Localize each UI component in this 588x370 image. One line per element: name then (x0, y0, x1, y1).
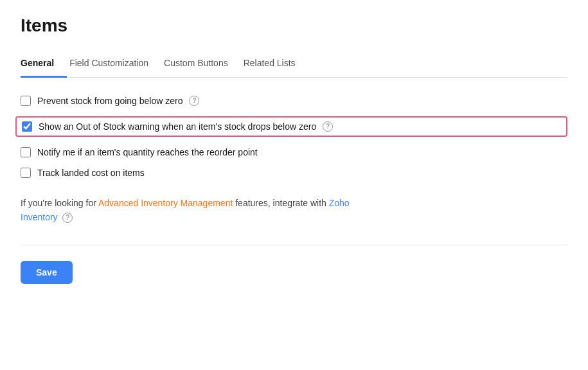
checkbox-notify-quantity[interactable] (21, 147, 31, 157)
info-text-prefix: If you're looking for (21, 198, 98, 208)
checkbox-row-out-of-stock: Show an Out of Stock warning when an ite… (15, 116, 567, 137)
help-icon-prevent-stock[interactable]: ? (189, 96, 199, 106)
options-section: Prevent stock from going below zero ? Sh… (21, 96, 567, 178)
tab-field-customization[interactable]: Field Customization (67, 51, 161, 78)
help-icon-out-of-stock[interactable]: ? (323, 121, 333, 132)
tabs-container: General Field Customization Custom Butto… (21, 51, 567, 78)
checkbox-track-landed[interactable] (21, 168, 31, 178)
help-icon-zoho-inventory[interactable]: ? (62, 213, 73, 223)
info-text-middle: features, integrate with (233, 198, 328, 208)
checkbox-prevent-stock[interactable] (21, 96, 31, 106)
checkbox-out-of-stock[interactable] (22, 121, 32, 132)
tab-related-lists[interactable]: Related Lists (241, 51, 308, 78)
checkbox-row-prevent-stock: Prevent stock from going below zero ? (21, 96, 567, 106)
checkbox-label-prevent-stock: Prevent stock from going below zero (37, 96, 183, 106)
checkbox-label-out-of-stock: Show an Out of Stock warning when an ite… (39, 121, 316, 132)
page-title: Items (21, 15, 567, 36)
checkbox-row-notify-quantity: Notify me if an item's quantity reaches … (21, 147, 567, 157)
tab-general[interactable]: General (21, 51, 67, 78)
info-text: If you're looking for Advanced Inventory… (21, 196, 567, 225)
tab-custom-buttons[interactable]: Custom Buttons (161, 51, 241, 78)
checkbox-row-track-landed: Track landed cost on items (21, 168, 567, 178)
checkbox-label-notify-quantity: Notify me if an item's quantity reaches … (37, 147, 258, 157)
link-advanced-inventory[interactable]: Advanced Inventory Management (98, 198, 233, 208)
divider (21, 245, 567, 245)
checkbox-label-track-landed: Track landed cost on items (37, 168, 145, 178)
save-button[interactable]: Save (21, 261, 73, 284)
